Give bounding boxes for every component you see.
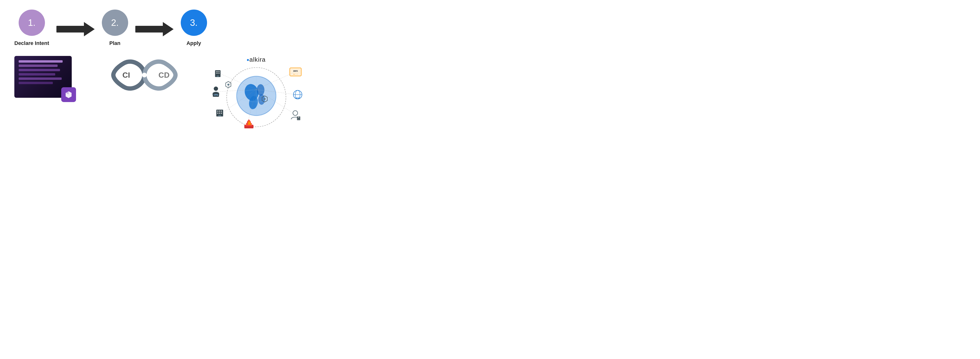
arrow-2-head <box>163 22 173 37</box>
svg-rect-18 <box>216 73 217 74</box>
illustrations-row: CI CD alkira <box>14 56 312 132</box>
terraform-card <box>14 56 72 98</box>
svg-text:aws: aws <box>293 70 298 72</box>
step-3-circle: 3. <box>181 10 207 36</box>
building-icon-topleft <box>213 69 222 79</box>
terraform-line-2 <box>19 65 57 67</box>
ci-label: CI <box>123 71 130 79</box>
alkira-dot-icon <box>247 59 249 61</box>
svg-rect-31 <box>219 113 220 114</box>
svg-rect-33 <box>218 115 221 117</box>
main-container: 1. Declare Intent 2. Plan <box>0 0 326 142</box>
terraform-line-4 <box>19 73 55 76</box>
svg-point-38 <box>264 98 266 100</box>
svg-rect-17 <box>219 71 220 72</box>
cd-label: CD <box>159 71 170 79</box>
alkira-brand-title: alkira <box>247 56 266 64</box>
step-3-group: 3. Apply <box>181 10 207 46</box>
alkira-brand-text: alkira <box>249 56 266 63</box>
hex-node-1 <box>225 81 232 89</box>
step-2-group: 2. Plan <box>102 10 128 46</box>
svg-point-22 <box>214 87 218 91</box>
svg-rect-16 <box>217 71 218 72</box>
svg-rect-21 <box>216 76 219 77</box>
svg-point-47 <box>293 111 298 116</box>
svg-point-3 <box>142 73 147 78</box>
infinity-container: CI CD <box>106 56 183 94</box>
arrow-1-body <box>56 26 84 32</box>
step-3-title: Apply <box>186 40 201 46</box>
svg-rect-27 <box>217 111 218 112</box>
terraform-logo-icon <box>64 90 73 99</box>
terraform-illustration <box>14 56 81 104</box>
svg-text:▲ ○ ○: ▲ ○ ○ <box>293 73 298 75</box>
user-profile-icon <box>290 110 301 122</box>
step-2-title: Plan <box>109 40 120 46</box>
step-1-circle: 1. <box>19 10 45 36</box>
svg-text:www: www <box>295 97 300 99</box>
arrow-1-head <box>84 22 95 37</box>
svg-rect-20 <box>219 73 220 74</box>
steps-row: 1. Declare Intent 2. Plan <box>14 10 312 46</box>
www-icon: www <box>293 89 303 101</box>
arrow-2-body <box>135 26 163 32</box>
svg-text:VPN: VPN <box>214 94 218 96</box>
cicd-illustration: CI CD <box>89 56 200 94</box>
step-1-group: 1. Declare Intent <box>14 10 49 46</box>
vpn-user-icon: VPN <box>211 86 221 99</box>
svg-rect-28 <box>219 111 220 112</box>
terraform-line-5 <box>19 78 62 80</box>
arrow-1-container <box>56 27 95 29</box>
step-2-circle: 2. <box>102 10 128 36</box>
firewall-icon <box>243 118 255 130</box>
alkira-illustration: alkira <box>200 56 312 132</box>
hex-node-2 <box>261 95 268 103</box>
svg-marker-0 <box>68 91 72 98</box>
step-1-label: 1. <box>28 18 36 28</box>
infinity-svg <box>106 56 183 94</box>
terraform-badge <box>61 87 76 102</box>
step-1-title: Declare Intent <box>14 40 49 46</box>
svg-rect-32 <box>221 113 222 114</box>
network-diagram: alkira <box>208 56 304 132</box>
svg-point-36 <box>228 84 229 86</box>
aws-icon: aws ▲ ○ ○ <box>289 67 302 78</box>
building-bottom-icon <box>215 108 224 119</box>
svg-rect-29 <box>221 111 222 112</box>
step-3-label: 3. <box>190 18 198 28</box>
terraform-line-6 <box>19 82 53 84</box>
terraform-line-3 <box>19 69 60 71</box>
globe-icon <box>235 74 278 118</box>
svg-point-50 <box>298 117 299 118</box>
svg-rect-19 <box>217 73 218 74</box>
step-2-label: 2. <box>111 18 119 28</box>
arrow-2-container <box>135 27 173 29</box>
terraform-line-1 <box>19 60 63 63</box>
globe-container <box>235 74 278 118</box>
svg-rect-30 <box>217 113 218 114</box>
svg-rect-15 <box>216 71 217 72</box>
